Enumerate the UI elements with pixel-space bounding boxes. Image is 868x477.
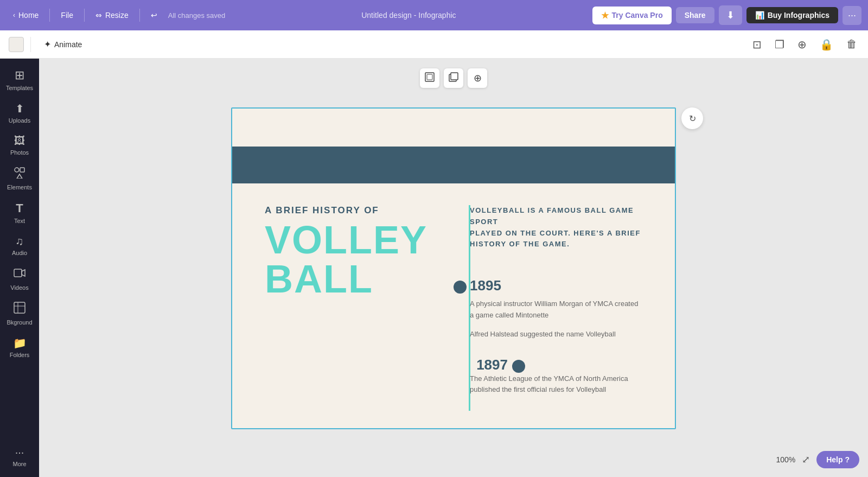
sidebar-item-uploads[interactable]: ⬆ Uploads — [0, 97, 39, 129]
animate-button[interactable]: ✦ Animate — [37, 36, 88, 53]
bkground-label: Bkground — [7, 319, 32, 326]
audio-icon: ♫ — [16, 235, 24, 247]
infographic-header-band — [232, 147, 675, 183]
frame-button[interactable] — [420, 68, 439, 88]
trash-icon: 🗑 — [846, 38, 857, 50]
animate-label: Animate — [54, 40, 82, 49]
svg-rect-10 — [451, 73, 458, 80]
nav-right-group: ★ Try Canva Pro Share ⬇ 📊 Buy Infographi… — [592, 5, 861, 25]
help-button[interactable]: Help ? — [816, 451, 859, 468]
sidebar-item-more[interactable]: ··· More — [0, 441, 39, 473]
top-navigation: ‹ Home File ⇔ Resize ↩ All changes saved… — [0, 0, 868, 30]
lock-button[interactable]: 🔒 — [818, 36, 835, 53]
more-options-button[interactable]: ··· — [843, 6, 861, 25]
sidebar-item-folders[interactable]: 📁 Folders — [0, 331, 39, 364]
nav-divider — [49, 9, 50, 22]
copy-icon: ❐ — [775, 39, 784, 50]
more-dots: ··· — [848, 10, 856, 21]
secondary-right-group: ⊡ ❐ ⊕ 🔒 🗑 — [750, 36, 859, 53]
download-button[interactable]: ⬇ — [719, 5, 742, 25]
infographic-1897-content: 1897 The Athletic League of the YMCA of … — [459, 357, 642, 396]
svg-rect-1 — [20, 168, 24, 172]
resize-label: Resize — [105, 11, 129, 20]
infographic-title: VOLLEY BALL — [265, 220, 437, 298]
sidebar-item-templates[interactable]: ⊞ Templates — [0, 63, 39, 97]
canvas-area[interactable]: ⊕ ↻ A BRIEF HISTORY OF VOLLEY BALL — [39, 59, 868, 477]
title-line-2: BALL — [265, 257, 373, 301]
refresh-icon: ↻ — [689, 113, 696, 124]
timeline-text-1895-1: A physical instructor William Morgan of … — [470, 298, 642, 321]
elements-icon — [14, 167, 25, 182]
saved-status: All changes saved — [168, 11, 226, 20]
nav-divider-2 — [84, 9, 85, 22]
zoom-level: 100% — [776, 455, 795, 464]
plus-icon: ⊕ — [797, 39, 807, 50]
try-pro-label: Try Canva Pro — [612, 11, 663, 20]
left-sidebar: ⊞ Templates ⬆ Uploads 🖼 Photos Elements … — [0, 59, 39, 477]
file-button[interactable]: File — [54, 8, 80, 23]
expand-icon: ⤢ — [802, 454, 810, 465]
expand-button[interactable]: ⤢ — [802, 454, 810, 466]
svg-point-0 — [15, 168, 19, 172]
svg-rect-3 — [14, 269, 22, 277]
sidebar-item-text[interactable]: T Text — [0, 196, 39, 230]
buy-button[interactable]: 📊 Buy Infographics — [746, 7, 838, 23]
duplicate-button[interactable] — [444, 68, 463, 88]
photos-label: Photos — [10, 149, 29, 156]
sidebar-item-elements[interactable]: Elements — [0, 161, 39, 196]
infographic-right-column: VOLLEYBALL IS A FAMOUS BALL GAME SPORT P… — [459, 205, 642, 357]
uploads-label: Uploads — [9, 117, 30, 124]
bkground-icon — [14, 302, 25, 317]
try-pro-button[interactable]: ★ Try Canva Pro — [592, 7, 672, 24]
frame-icon — [425, 72, 435, 84]
copy-button[interactable]: ❐ — [773, 36, 787, 53]
sidebar-item-audio[interactable]: ♫ Audio — [0, 230, 39, 262]
templates-label: Templates — [6, 85, 33, 91]
sidebar-item-photos[interactable]: 🖼 Photos — [0, 129, 39, 161]
main-layout: ⊞ Templates ⬆ Uploads 🖼 Photos Elements … — [0, 59, 868, 477]
svg-rect-4 — [14, 302, 25, 313]
timeline-dot-1895 — [454, 281, 467, 294]
bottom-right-controls: 100% ⤢ Help ? — [776, 451, 859, 468]
document-title: Untitled design - Infographic — [227, 11, 590, 20]
timeline-dot-1897-wrap — [512, 360, 525, 373]
timeline-text-1897: The Athletic League of the YMCA of North… — [470, 373, 642, 396]
templates-icon: ⊞ — [15, 68, 24, 82]
trash-button[interactable]: 🗑 — [844, 36, 859, 53]
videos-label: Videos — [10, 284, 28, 291]
grid-icon: ⊡ — [752, 39, 762, 50]
sidebar-item-bkground[interactable]: Bkground — [0, 296, 39, 331]
more-label: More — [12, 461, 26, 467]
buy-label: Buy Infographics — [768, 11, 829, 20]
add-section-button[interactable]: ⊕ — [468, 68, 487, 88]
duplicate-icon — [449, 72, 458, 84]
audio-label: Audio — [12, 250, 27, 256]
add-page-button[interactable]: ⊕ — [795, 36, 809, 53]
refresh-button[interactable]: ↻ — [681, 107, 703, 129]
back-arrow-icon: ‹ — [13, 11, 15, 19]
text-icon: T — [16, 201, 23, 215]
timeline-item-1895: 1895 A physical instructor William Morga… — [470, 277, 642, 340]
share-button[interactable]: Share — [676, 7, 714, 23]
animate-icon: ✦ — [44, 39, 51, 49]
toolbar-divider — [30, 37, 31, 52]
svg-rect-8 — [427, 74, 432, 80]
sidebar-item-videos[interactable]: Videos — [0, 262, 39, 296]
photos-icon: 🖼 — [14, 135, 25, 147]
layout-grid-button[interactable]: ⊡ — [750, 36, 764, 53]
resize-button[interactable]: ⇔ Resize — [89, 8, 135, 23]
color-swatch[interactable] — [9, 37, 24, 52]
canvas-toolbar: ⊕ — [420, 68, 487, 88]
infographic-top-area — [232, 109, 675, 147]
folders-label: Folders — [10, 352, 30, 358]
timeline-text-1895-2: Alfred Halstead suggested the name Volle… — [470, 329, 642, 340]
infographic-1897-section: 1897 The Athletic League of the YMCA of … — [232, 357, 675, 429]
undo-button[interactable]: ↩ — [144, 8, 164, 23]
infographic-canvas: ↻ A BRIEF HISTORY OF VOLLEY BALL — [231, 107, 676, 429]
home-label: Home — [18, 11, 39, 20]
timeline-dot-1897 — [512, 360, 525, 373]
timeline-1897-row: 1897 — [470, 357, 642, 373]
document-title-text: Untitled design - Infographic — [361, 11, 456, 20]
home-button[interactable]: ‹ Home — [7, 8, 45, 23]
svg-marker-2 — [17, 174, 22, 179]
